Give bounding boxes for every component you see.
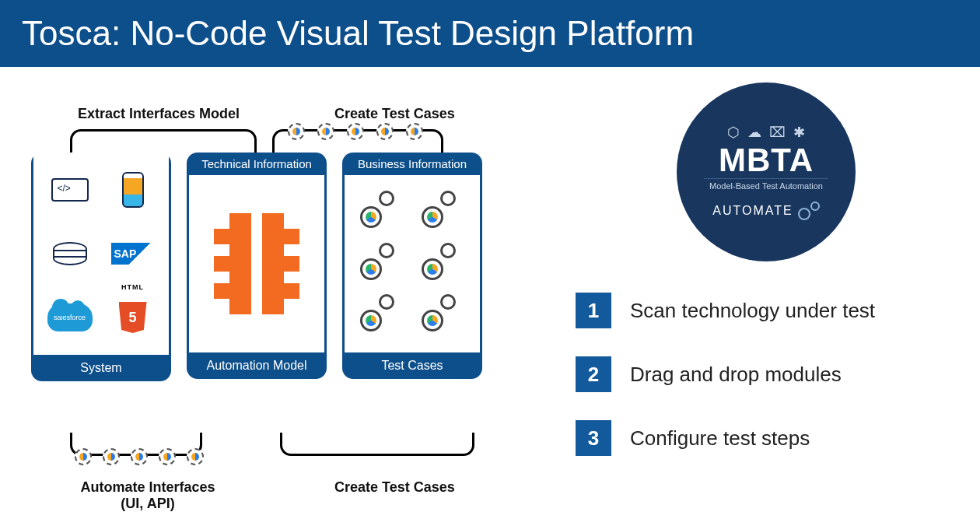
mbta-badge: ⬡ ☁ ⌧ ✱ MBTA Model-Based Test Automation… [677,82,856,261]
mobile-icon [109,165,156,215]
cloud-icon: ☁ [747,124,761,141]
mbta-automate-text: AUTOMATE [712,204,793,218]
gear-icon [187,448,204,465]
card-biz-header: Business Information [342,153,482,175]
steps-list: 1 Scan technology under test 2 Drag and … [576,293,964,456]
card-tech-footer: Automation Model [187,352,327,379]
label-automate-line2: (UI, API) [70,496,226,512]
card-tech-body [187,175,327,352]
slide-header: Tosca: No-Code Visual Test Design Platfo… [0,0,980,67]
step-number: 3 [576,420,611,456]
html5-icon: HTML5 [109,293,156,342]
devices-icon: ⌧ [769,124,786,141]
html5-outline-icon: ⬡ [727,124,740,141]
gear-row-bottom [75,448,204,465]
gear-icon [103,448,120,465]
gear-pair-icon [422,191,459,228]
connector-bottom-right [280,433,474,456]
gear-pair-icon [360,243,397,280]
step-text: Configure test steps [630,426,810,451]
label-automate-line1: Automate Interfaces [70,479,226,496]
gear-pair-icon [360,191,397,228]
card-system-footer: System [31,355,171,381]
gear-pair-icon [422,294,459,331]
mbta-icon-row: ⬡ ☁ ⌧ ✱ [727,124,805,141]
card-tech-header: Technical Information [187,153,327,175]
slide-content: Extract Interfaces Model Create Test Cas… [0,67,980,523]
salesforce-icon: salesforce [46,293,93,342]
step-3: 3 Configure test steps [576,420,964,456]
gear-icon [406,123,423,140]
database-icon [46,229,93,279]
gear-icon [131,448,148,465]
gear-icon [159,448,176,465]
workflow-diagram: Extract Interfaces Model Create Test Cas… [23,106,521,526]
gear-icon [347,123,364,140]
step-text: Scan technology under test [630,299,875,323]
gears-icon [798,202,820,220]
step-2: 2 Drag and drop modules [576,356,964,392]
card-automation-model: Technical Information Automation Model [187,153,327,379]
step-number: 2 [576,356,611,392]
connector-top-left [70,129,257,153]
mbta-automate: AUTOMATE [712,202,819,220]
right-panel: ⬡ ☁ ⌧ ✱ MBTA Model-Based Test Automation… [576,82,964,456]
card-system-body: SAP salesforce HTML5 [31,153,171,355]
step-1: 1 Scan technology under test [576,293,964,328]
gear-icon [317,123,334,140]
gear-pair-icon [422,243,459,280]
label-create-top: Create Test Cases [334,106,455,122]
card-system: SAP salesforce HTML5 System [31,153,171,381]
asterisk-icon: ✱ [793,124,805,141]
gear-pair-icon [360,294,397,331]
mbta-title: MBTA [719,144,814,177]
sap-icon: SAP [109,229,156,279]
automation-model-icon [214,213,299,314]
card-biz-footer: Test Cases [342,352,482,379]
mbta-subtitle: Model-Based Test Automation [704,178,828,191]
slide-title: Tosca: No-Code Visual Test Design Platfo… [22,14,694,52]
code-tag-icon [46,165,93,215]
label-extract: Extract Interfaces Model [78,106,240,122]
gear-icon [288,123,305,140]
step-text: Drag and drop modules [630,363,842,387]
gear-row-top [288,123,423,140]
step-number: 1 [576,293,611,328]
card-biz-body [342,175,482,352]
gear-icon [376,123,394,140]
label-create-bottom: Create Test Cases [334,479,455,496]
label-automate: Automate Interfaces (UI, API) [70,479,226,512]
gear-icon [75,448,92,465]
card-test-cases: Business Information Test Cases [342,153,482,379]
